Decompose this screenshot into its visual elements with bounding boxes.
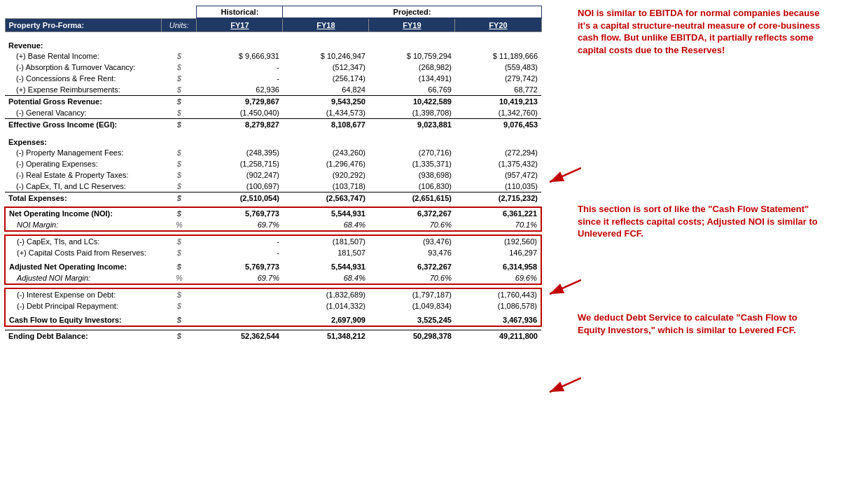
base-rental-fy19: $ 10,759,294 (369, 50, 455, 62)
capex-res-row: (-) CapEx, TI, and LC Reserves: $ (100,6… (5, 181, 541, 192)
concessions-row: (-) Concessions & Free Rent: $ - (256,17… (5, 73, 541, 84)
fy20-col-header: FY20 (455, 18, 541, 32)
absorption-fy17: - (197, 62, 283, 73)
arrow-1 (546, 161, 581, 190)
arrow-3 (546, 371, 581, 400)
arrow-2 (546, 273, 581, 302)
ending-debt-row: Ending Debt Balance: $ 52,362,544 51,348… (5, 330, 541, 342)
base-rental-label: (+) Base Rental Income: (5, 50, 162, 62)
op-exp-row: (-) Operating Expenses: $ (1,258,715) (1… (5, 158, 541, 169)
cf-equity-row: Cash Flow to Equity Investors: $ 2,697,9… (5, 314, 541, 326)
gen-vacancy-row: (-) General Vacancy: $ (1,450,040) (1,43… (5, 107, 541, 119)
egi-row: Effective Gross Income (EGI): $ 8,279,82… (5, 119, 541, 131)
annotation-1: NOI is similar to EBITDA for normal comp… (578, 7, 823, 56)
base-rental-fy17: $ 9,666,931 (197, 50, 283, 62)
pgr-row: Potential Gross Revenue: $ 9,729,867 9,5… (5, 96, 541, 108)
units-super-header (162, 6, 197, 19)
annotation-3: We deduct Debt Service to calculate "Cas… (578, 312, 823, 336)
pro-forma-table: Historical: Projected: Property Pro-Form… (4, 6, 542, 342)
revenue-header-row: Revenue: (5, 37, 541, 50)
noi-margin-row: NOI Margin: % 69.7% 68.4% 70.6% 70.1% (5, 219, 541, 231)
absorption-fy18: (512,347) (283, 62, 369, 73)
capex-tis-row: (-) CapEx, TIs, and LCs: $ - (181,507) (… (5, 235, 541, 247)
annotations-section: NOI is similar to EBITDA for normal comp… (546, 0, 843, 347)
total-exp-row: Total Expenses: $ (2,510,054) (2,563,747… (5, 192, 541, 204)
svg-line-1 (550, 168, 581, 182)
absorption-row: (-) Absorption & Turnover Vacancy: $ - (… (5, 62, 541, 73)
column-header-row: Property Pro-Forma: Units: FY17 FY18 FY1… (5, 18, 541, 32)
noi-row: Net Operating Income (NOI): $ 5,769,773 … (5, 207, 541, 219)
absorption-fy19: (268,982) (369, 62, 455, 73)
empty-header (5, 6, 162, 19)
historical-header: Historical: (197, 6, 283, 19)
svg-line-3 (550, 280, 581, 294)
financial-table: Historical: Projected: Property Pro-Form… (0, 0, 546, 347)
annotation-2: This section is sort of like the "Cash F… (578, 203, 823, 240)
concessions-label: (-) Concessions & Free Rent: (5, 73, 162, 84)
absorption-fy20: (559,483) (455, 62, 541, 73)
int-exp-row: (-) Interest Expense on Debt: $ (1,832,6… (5, 288, 541, 300)
revenue-spacer (5, 32, 541, 38)
revenue-label: Revenue: (5, 37, 162, 50)
adj-noi-margin-row: Adjusted NOI Margin: % 69.7% 68.4% 70.6%… (5, 272, 541, 284)
projected-header: Projected: (283, 6, 541, 19)
units-col-header: Units: (162, 18, 197, 32)
expense-reimb-row: (+) Expense Reimbursements: $ 62,936 64,… (5, 84, 541, 96)
fy19-col-header: FY19 (369, 18, 455, 32)
base-rental-fy20: $ 11,189,666 (455, 50, 541, 62)
absorption-label: (-) Absorption & Turnover Vacancy: (5, 62, 162, 73)
absorption-units: $ (162, 62, 197, 73)
adj-noi-row: Adjusted Net Operating Income: $ 5,769,7… (5, 261, 541, 272)
fy17-col-header: FY17 (197, 18, 283, 32)
base-rental-row: (+) Base Rental Income: $ $ 9,666,931 $ … (5, 50, 541, 62)
property-col-header: Property Pro-Forma: (5, 18, 162, 32)
base-rental-units: $ (162, 50, 197, 62)
debt-repay-row: (-) Debt Principal Repayment: $ (1,014,3… (5, 300, 541, 312)
re-taxes-row: (-) Real Estate & Property Taxes: $ (902… (5, 169, 541, 181)
expenses-header-row: Expenses: (5, 134, 541, 147)
base-rental-fy18: $ 10,246,947 (283, 50, 369, 62)
fy18-col-header: FY18 (283, 18, 369, 32)
super-header-row: Historical: Projected: (5, 6, 541, 19)
prop-mgmt-row: (-) Property Management Fees: $ (248,395… (5, 147, 541, 158)
cap-costs-row: (+) Capital Costs Paid from Reserves: $ … (5, 247, 541, 258)
svg-line-5 (550, 378, 581, 392)
